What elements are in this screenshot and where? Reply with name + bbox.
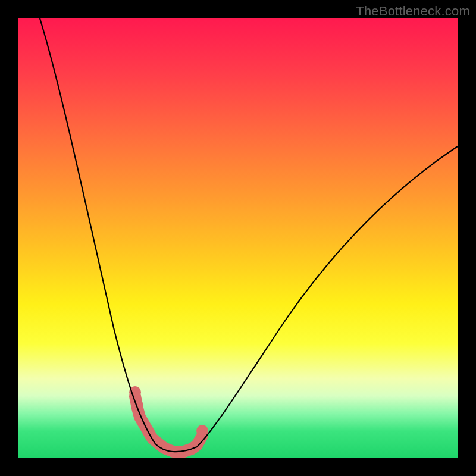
chart-svg bbox=[18, 18, 458, 458]
marker-region bbox=[129, 386, 208, 452]
chart-frame: TheBottleneck.com bbox=[0, 0, 476, 476]
curve-left-branch bbox=[40, 18, 155, 444]
watermark-text: TheBottleneck.com bbox=[356, 4, 470, 19]
curve-right-branch bbox=[197, 146, 458, 447]
plot-area bbox=[18, 18, 458, 458]
